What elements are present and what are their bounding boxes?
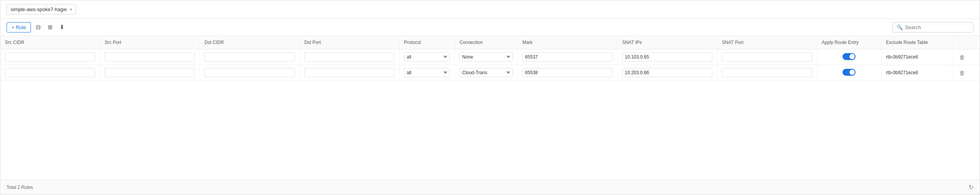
cell-input[interactable] [5,52,95,62]
col-dst-cidr: Dst CIDR [200,36,299,49]
search-input[interactable] [905,24,969,30]
download-button[interactable]: ⬇ [58,22,66,32]
refresh-icon: ↻ [969,184,974,190]
col-apply-route-entry: Apply Route Entry [817,36,881,49]
toggle-switch[interactable] [843,69,855,76]
apply-route-entry-cell [817,49,881,65]
exclude-route-table-cell: rtb-0b9271ece6 [881,49,952,65]
cell-select[interactable]: alltcpudpicmp [404,52,450,62]
gateway-dropdown[interactable]: simple-aws-spoke7-hagw ▾ [6,4,76,15]
col-src-cidr: Src CIDR [0,36,100,49]
filter-button[interactable]: ⊟ [34,22,43,32]
col-protocol: Protocol [399,36,454,49]
trash-icon: 🗑 [959,70,965,76]
rules-table-container: Src CIDR Src Port Dst CIDR Dst Port Prot… [0,36,980,179]
cell-input[interactable] [105,68,195,77]
toggle-switch[interactable] [843,53,855,60]
cell-select[interactable]: alltcpudpicmp [404,68,450,77]
apply-route-entry-cell [817,65,881,81]
top-bar: simple-aws-spoke7-hagw ▾ [0,0,980,19]
col-snat-port: SNAT Port [717,36,817,49]
exclude-route-table-cell: rtb-0b9271ece6 [881,65,952,81]
table-row: alltcpudpicmpNoneCloud-Transrtb-0b9271ec… [0,49,980,65]
cell-input[interactable] [522,68,613,77]
footer-bar: Total 2 Rules ↻ [0,179,980,195]
delete-cell: 🗑 [953,49,980,65]
table-row: alltcpudpicmpNoneCloud-Transrtb-0b9271ec… [0,65,980,81]
add-rule-button[interactable]: + Rule [6,22,31,32]
cell-input[interactable] [5,68,95,77]
cell-select[interactable]: NoneCloud-Trans [459,68,513,77]
search-container: 🔍 [893,22,974,32]
toolbar: + Rule ⊟ ⊞ ⬇ 🔍 [0,19,980,36]
cell-select[interactable]: NoneCloud-Trans [459,52,513,62]
cell-input[interactable] [304,52,395,62]
col-snat-ips: SNAT IPs [617,36,717,49]
cell-input[interactable] [722,52,812,62]
col-actions [953,36,980,49]
columns-icon: ⊞ [48,24,53,31]
col-mark: Mark [517,36,617,49]
delete-row-button[interactable]: 🗑 [957,68,967,77]
cell-input[interactable] [304,68,395,77]
delete-cell: 🗑 [953,65,980,81]
chevron-down-icon: ▾ [70,7,72,11]
cell-input[interactable] [522,52,613,62]
gateway-dropdown-value: simple-aws-spoke7-hagw [11,6,67,12]
filter-icon: ⊟ [36,24,41,31]
cell-input[interactable] [622,68,712,77]
col-exclude-route-table: Exclude Route Table [881,36,952,49]
delete-row-button[interactable]: 🗑 [957,53,967,62]
col-src-port: Src Port [100,36,200,49]
search-icon: 🔍 [897,24,903,30]
refresh-button[interactable]: ↻ [969,184,974,191]
total-rules-label: Total 2 Rules [6,185,33,190]
cell-input[interactable] [622,52,712,62]
col-dst-port: Dst Port [299,36,399,49]
cell-input[interactable] [105,52,195,62]
trash-icon: 🗑 [959,54,965,60]
table-header-row: Src CIDR Src Port Dst CIDR Dst Port Prot… [0,36,980,49]
columns-button[interactable]: ⊞ [46,22,55,32]
cell-input[interactable] [722,68,812,77]
rules-table: Src CIDR Src Port Dst CIDR Dst Port Prot… [0,36,980,81]
col-connection: Connection [455,36,518,49]
cell-input[interactable] [204,52,294,62]
cell-input[interactable] [204,68,294,77]
download-icon: ⬇ [60,24,65,31]
main-container: simple-aws-spoke7-hagw ▾ + Rule ⊟ ⊞ ⬇ 🔍 … [0,0,980,195]
table-body: alltcpudpicmpNoneCloud-Transrtb-0b9271ec… [0,49,980,81]
